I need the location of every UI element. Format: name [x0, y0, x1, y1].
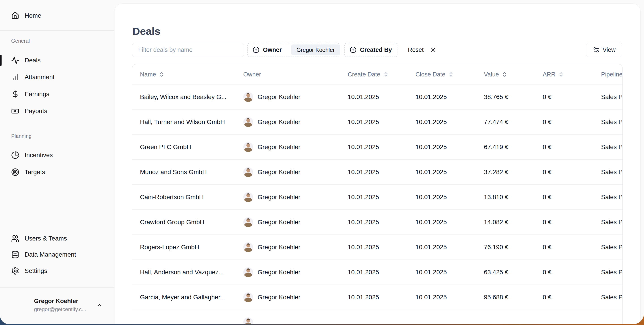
create-date: 10.01.2025 [348, 185, 379, 210]
deal-value: 77.474 € [484, 109, 508, 135]
deal-name[interactable]: Munoz and Sons GmbH [140, 160, 207, 185]
owner-avatar [243, 135, 253, 160]
deal-name[interactable]: Garcia, Meyer and Gallagher... [140, 285, 225, 310]
users-icon [11, 235, 19, 243]
dollar-icon [11, 90, 19, 98]
owner-name: Gregor Koehler [258, 160, 300, 185]
column-header-owner[interactable]: Owner [243, 64, 261, 84]
column-label: Value [484, 71, 499, 78]
column-label: Owner [243, 71, 261, 78]
column-header-name[interactable]: Name [140, 64, 164, 84]
home-icon [11, 12, 19, 20]
sidebar-item-home[interactable]: Home [0, 8, 114, 23]
table-row[interactable]: Munoz and Sons GmbH Gregor Koehler 10.01… [132, 160, 622, 185]
deal-pipeline: Sales P [601, 109, 622, 135]
deal-name[interactable]: Green PLC GmbH [140, 135, 191, 160]
view-label: View [603, 46, 616, 53]
deal-arr: 0 € [543, 235, 552, 260]
owner-name: Gregor Koehler [258, 135, 300, 160]
sidebar-item-attainment[interactable]: Attainment [0, 70, 114, 84]
sidebar-item-earnings[interactable]: Earnings [0, 87, 114, 101]
sidebar-item-payouts[interactable]: Payouts [0, 104, 114, 118]
owner-name: Gregor Koehler [258, 185, 300, 210]
column-header-create-date[interactable]: Create Date [348, 64, 389, 84]
table-row[interactable]: Hall, Anderson and Vazquez... Gregor Koe… [132, 260, 622, 285]
column-label: Create Date [348, 71, 380, 78]
deal-name[interactable]: Hall, Turner and Wilson GmbH [140, 109, 225, 135]
column-header-arr[interactable]: ARR [543, 64, 564, 84]
owner-avatar [243, 84, 253, 109]
sidebar-item-deals[interactable]: Deals [0, 53, 114, 68]
chevron-up-icon [96, 302, 103, 309]
filter-deals-input[interactable] [132, 43, 244, 57]
deal-name[interactable]: Rogers-Lopez GmbH [140, 235, 199, 260]
table-row[interactable]: Green PLC GmbH Gregor Koehler 10.01.2025… [132, 135, 622, 160]
page-title: Deals [132, 25, 160, 37]
sidebar-item-incentives[interactable]: Incentives [0, 148, 114, 162]
table-row[interactable]: Cain-Robertson GmbH Gregor Koehler 10.01… [132, 185, 622, 210]
owner-filter-label: Owner [263, 46, 282, 53]
deal-name[interactable]: Hall, Anderson and Vazquez... [140, 260, 224, 285]
bar-chart-icon [11, 73, 19, 81]
reset-label: Reset [408, 46, 424, 53]
close-date: 10.01.2025 [416, 135, 447, 160]
activity-icon [11, 56, 19, 64]
sidebar-item-label: Settings [24, 267, 47, 275]
sidebar-item-data-management[interactable]: Data Management [0, 247, 114, 262]
owner-avatar [243, 185, 253, 210]
deal-name[interactable]: Crawford Group GmbH [140, 210, 204, 235]
sort-icon [159, 71, 164, 77]
sidebar-item-users-teams[interactable]: Users & Teams [0, 231, 114, 246]
view-button[interactable]: View [586, 43, 622, 57]
close-date: 10.01.2025 [416, 185, 447, 210]
deal-arr: 0 € [543, 285, 552, 310]
circle-plus-icon [253, 46, 260, 53]
deal-name[interactable]: Cain-Robertson GmbH [140, 185, 204, 210]
create-date: 10.01.2025 [348, 285, 379, 310]
deal-pipeline: Sales P [601, 235, 622, 260]
sidebar-item-label: Targets [24, 169, 45, 176]
main-content: Deals Owner Gregor Koehler Created By Re… [114, 3, 640, 324]
table-row[interactable]: Hall, Turner and Wilson GmbH Gregor Koeh… [132, 109, 622, 135]
owner-avatar [243, 160, 253, 185]
table-row[interactable]: Rogers-Lopez GmbH Gregor Koehler 10.01.2… [132, 235, 622, 260]
close-date: 10.01.2025 [416, 260, 447, 285]
sidebar-item-label: Earnings [24, 90, 50, 98]
owner-name: Gregor Koehler [258, 260, 300, 285]
deal-value: 37.282 € [484, 160, 508, 185]
column-header-value[interactable]: Value [484, 64, 507, 84]
toolbar: Owner Gregor Koehler Created By Reset [114, 43, 640, 57]
column-label: Close Date [416, 71, 446, 78]
owner-name: Gregor Koehler [258, 210, 300, 235]
close-date: 10.01.2025 [416, 285, 447, 310]
sidebar-item-settings[interactable]: Settings [0, 264, 114, 278]
table-row-partial[interactable] [132, 310, 622, 324]
create-date: 10.01.2025 [348, 210, 379, 235]
deal-value: 38.765 € [484, 84, 508, 109]
app-window: Home General Deals Attainment Earnings [0, 0, 644, 324]
create-date: 10.01.2025 [348, 109, 379, 135]
column-header-pipeline[interactable]: Pipeline [601, 64, 622, 84]
table-row[interactable]: Crawford Group GmbH Gregor Koehler 10.01… [132, 210, 622, 235]
deal-arr: 0 € [543, 135, 552, 160]
deals-table: Name Owner Create Date Close Date Value [132, 64, 622, 324]
owner-filter-chip[interactable]: Owner Gregor Koehler [247, 43, 340, 57]
pie-chart-icon [11, 151, 19, 159]
sidebar-section-planning: Planning [11, 133, 32, 139]
sidebar-item-label: Data Management [24, 251, 76, 258]
close-date: 10.01.2025 [416, 84, 447, 109]
owner-filter-value[interactable]: Gregor Koehler [291, 44, 340, 55]
table-row[interactable]: Garcia, Meyer and Gallagher... Gregor Ko… [132, 285, 622, 310]
column-header-close-date[interactable]: Close Date [416, 64, 454, 84]
user-name: Gregor Koehler [34, 298, 78, 305]
table-row[interactable]: Bailey, Wilcox and Beasley G... Gregor K… [132, 84, 622, 109]
user-menu[interactable]: Gregor Koehler gregor@getcentify.c... [0, 295, 114, 317]
sliders-icon [593, 46, 600, 53]
deal-arr: 0 € [543, 185, 552, 210]
owner-avatar [243, 260, 253, 285]
reset-filters-button[interactable]: Reset [408, 43, 436, 57]
deal-name[interactable]: Bailey, Wilcox and Beasley G... [140, 84, 226, 109]
created-by-filter-chip[interactable]: Created By [344, 43, 398, 57]
deal-arr: 0 € [543, 260, 552, 285]
sidebar-item-targets[interactable]: Targets [0, 165, 114, 180]
